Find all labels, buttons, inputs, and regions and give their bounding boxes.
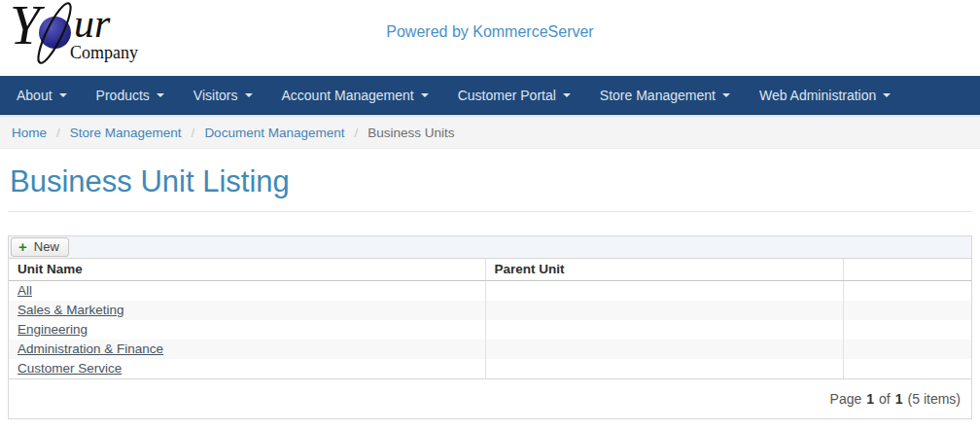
extra-cell [843, 359, 971, 378]
unit-name-cell: Sales & Marketing [9, 301, 485, 320]
new-button-label: New [34, 239, 59, 254]
pager-current-page: 1 [866, 391, 874, 407]
chevron-down-icon [421, 93, 429, 97]
table-row: Sales & Marketing [9, 301, 971, 320]
nav-item-label: Account Management [282, 88, 414, 103]
unit-name-cell: Administration & Finance [9, 340, 485, 359]
new-button[interactable]: + New [11, 237, 69, 257]
breadcrumb-separator: / [56, 126, 60, 140]
nav-item-label: Web Administration [759, 88, 876, 103]
page-header: Y ur Company Powered by KommerceServer [0, 0, 980, 76]
unit-link-administration-finance[interactable]: Administration & Finance [18, 341, 163, 356]
pager-total-pages: 1 [895, 391, 903, 407]
breadcrumb-item-home[interactable]: Home [12, 126, 47, 140]
breadcrumb: Home/Store Management/Document Managemen… [0, 117, 980, 149]
column-header-empty [843, 259, 971, 281]
breadcrumb-item-store-management[interactable]: Store Management [70, 126, 182, 140]
chevron-down-icon [59, 93, 67, 97]
column-header-parent-unit[interactable]: Parent Unit [485, 259, 843, 281]
chevron-down-icon [245, 93, 253, 97]
pager-of-word: of [879, 391, 891, 407]
nav-item-products[interactable]: Products [82, 76, 179, 114]
column-header-unit-name[interactable]: Unit Name [9, 259, 485, 281]
nav-item-account-management[interactable]: Account Management [267, 76, 443, 114]
nav-item-label: Visitors [193, 88, 238, 103]
powered-by-link[interactable]: Powered by KommerceServer [0, 23, 980, 41]
unit-link-sales-marketing[interactable]: Sales & Marketing [18, 303, 124, 317]
parent-unit-cell [485, 320, 843, 340]
parent-unit-cell [485, 301, 843, 320]
chevron-down-icon [563, 93, 571, 97]
extra-cell [843, 301, 971, 320]
header-row: Unit NameParent Unit [9, 259, 971, 281]
breadcrumb-separator: / [354, 126, 358, 140]
pager-page-word: Page [830, 391, 862, 407]
unit-name-cell: All [9, 281, 485, 302]
table-row: Administration & Finance [9, 340, 971, 359]
extra-cell [843, 340, 971, 359]
nav-item-label: Store Management [600, 88, 716, 103]
extra-cell [843, 320, 971, 340]
table-row: Customer Service [9, 359, 971, 378]
unit-link-customer-service[interactable]: Customer Service [18, 361, 122, 376]
unit-name-cell: Engineering [9, 320, 485, 340]
nav-item-customer-portal[interactable]: Customer Portal [443, 76, 585, 114]
nav-item-about[interactable]: About [2, 76, 82, 114]
units-table: Unit NameParent Unit AllSales & Marketin… [9, 259, 971, 378]
nav-item-web-administration[interactable]: Web Administration [745, 76, 905, 114]
nav-item-label: Customer Portal [458, 88, 556, 103]
unit-link-engineering[interactable]: Engineering [18, 322, 88, 337]
grid-toolbar: + New [9, 236, 971, 259]
chevron-down-icon [722, 93, 730, 97]
units-table-body: AllSales & MarketingEngineeringAdministr… [9, 281, 971, 379]
nav-item-label: Products [96, 88, 150, 103]
nav-item-label: About [17, 88, 52, 103]
extra-cell [843, 281, 971, 302]
breadcrumb-item-business-units: Business Units [368, 126, 454, 140]
parent-unit-cell [485, 340, 843, 359]
plus-icon: + [18, 239, 27, 254]
nav-item-visitors[interactable]: Visitors [179, 76, 267, 114]
breadcrumb-item-document-management[interactable]: Document Management [204, 126, 344, 140]
unit-link-all[interactable]: All [18, 283, 32, 298]
title-divider [8, 211, 972, 212]
chevron-down-icon [883, 93, 891, 97]
parent-unit-cell [485, 281, 843, 302]
logo-company-word: Company [70, 43, 138, 63]
table-row: All [9, 281, 971, 302]
parent-unit-cell [485, 359, 843, 378]
unit-name-cell: Customer Service [9, 359, 485, 378]
breadcrumb-separator: / [192, 126, 195, 140]
chevron-down-icon [157, 93, 164, 97]
main-nav: AboutProductsVisitorsAccount ManagementC… [0, 76, 980, 115]
pager-items-count: (5 items) [908, 391, 961, 407]
page-title: Business Unit Listing [10, 164, 980, 199]
table-row: Engineering [9, 320, 971, 340]
nav-item-store-management[interactable]: Store Management [585, 76, 745, 114]
grid-pager: Page 1 of 1 (5 items) [9, 378, 971, 418]
business-units-grid: + New Unit NameParent Unit AllSales & Ma… [8, 235, 972, 419]
